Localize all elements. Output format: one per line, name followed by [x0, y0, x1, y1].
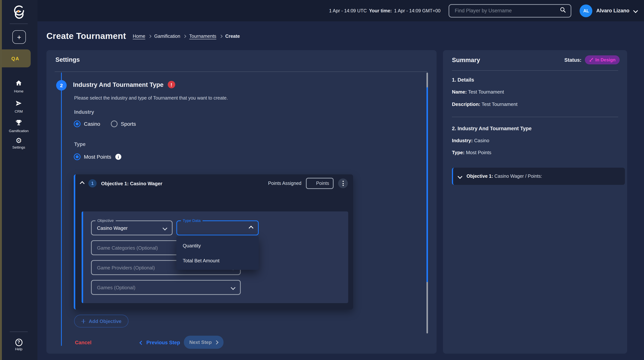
objective-select-value: Casino Wager	[97, 225, 163, 231]
previous-step-button[interactable]: Previous Step	[140, 340, 180, 346]
type-data-dropdown-menu: Quantity Total Bet Amount	[176, 236, 259, 270]
breadcrumb-tournaments[interactable]: Tournaments	[189, 33, 216, 39]
utc-time: 1 Apr - 14:09 UTC	[329, 8, 367, 13]
settings-panel-title: Settings	[56, 56, 80, 63]
local-time: 1 Apr - 14:09 GMT+00	[394, 8, 440, 13]
summary-objective-label: Objective 1:	[466, 174, 493, 179]
radio-selected-icon[interactable]	[74, 120, 80, 127]
type-data-select[interactable]: Type Data	[176, 220, 259, 235]
menu-item-quantity[interactable]: Quantity	[176, 238, 259, 253]
sidebar-item-home[interactable]: Home	[0, 79, 38, 93]
games-placeholder: Games (Optional)	[97, 285, 232, 290]
summary-row-type: Type: Most Points	[452, 150, 492, 155]
summary-row-value: Casino	[474, 138, 489, 143]
environment-badge: QA	[0, 49, 31, 67]
step-number-badge: 2	[56, 80, 67, 90]
add-objective-button[interactable]: Add Objective	[74, 315, 128, 328]
step-connector	[61, 73, 62, 346]
page-header: Create Tournament Home Gamification Tour…	[46, 31, 240, 41]
add-objective-label: Add Objective	[89, 318, 122, 324]
summary-panel: Summary Status: In Design 1. Details Nam…	[443, 50, 627, 354]
points-assigned-label: Points Assigned	[268, 181, 302, 186]
cancel-button[interactable]: Cancel	[75, 340, 92, 346]
summary-section-heading: 1. Details	[452, 77, 474, 83]
summary-row-label: Type:	[452, 150, 464, 155]
sidebar-divider	[10, 332, 28, 332]
search-input[interactable]	[454, 7, 560, 14]
scrollbar[interactable]	[426, 73, 428, 334]
plus-icon	[81, 319, 85, 323]
divider	[452, 70, 618, 71]
collapse-chevron-icon[interactable]	[80, 181, 84, 186]
radio-selected-icon[interactable]	[74, 153, 80, 160]
radio-sports[interactable]: Sports	[111, 120, 136, 127]
radio-most-points[interactable]: Most Points i	[74, 153, 121, 160]
chevron-right-icon	[219, 35, 222, 38]
player-search[interactable]	[449, 4, 572, 17]
chevron-down-icon[interactable]	[162, 225, 167, 230]
next-step-button[interactable]: Next Step	[184, 336, 224, 349]
sidebar-item-label: Home	[0, 89, 38, 93]
radio-casino[interactable]: Casino	[74, 120, 100, 127]
objective-select-label: Objective	[96, 218, 116, 223]
summary-row-label: Name:	[452, 89, 467, 95]
summary-row-label: Industry:	[452, 138, 473, 143]
brand-logo[interactable]	[11, 4, 26, 22]
sidebar-item-label: Gamification	[0, 129, 38, 133]
chevron-down-icon[interactable]	[458, 174, 462, 179]
divider	[452, 117, 618, 117]
radio-unselected-icon[interactable]	[111, 120, 118, 127]
main-content: Create Tournament Home Gamification Tour…	[38, 21, 644, 360]
objective-form: Objective Casino Wager Type Data Game Ca…	[82, 211, 348, 303]
chevron-up-icon[interactable]	[248, 225, 253, 230]
sidebar-item-settings[interactable]: ⚙ Settings	[0, 137, 38, 149]
scrollbar-thumb[interactable]	[426, 87, 428, 282]
settings-panel: Settings 2 Industry And Tournament Type …	[46, 50, 436, 354]
previous-step-label: Previous Step	[146, 340, 180, 346]
create-new-button[interactable]: +	[12, 30, 26, 44]
help-icon: ?	[15, 339, 22, 346]
chevron-right-icon	[183, 35, 186, 38]
summary-row-label: Description:	[452, 101, 480, 107]
summary-objective-row[interactable]: Objective 1: Casino Wager / Points:	[452, 168, 625, 185]
summary-section-heading: 2. Industry And Tournament Type	[452, 126, 532, 131]
menu-item-total-bet-amount[interactable]: Total Bet Amount	[176, 253, 259, 268]
step-description: Please select the industry and type of T…	[74, 95, 228, 101]
objective-title: Objective 1: Casino Wager	[101, 181, 162, 186]
info-icon[interactable]: i	[115, 154, 121, 160]
type-label: Type	[74, 141, 86, 147]
user-name[interactable]: Alvaro Lizano	[596, 8, 630, 13]
status-label: Status:	[564, 57, 582, 63]
games-select[interactable]: Games (Optional)	[91, 280, 241, 295]
sidebar-item-label: Help	[0, 347, 38, 351]
chevron-down-icon[interactable]	[231, 285, 235, 290]
send-icon	[15, 99, 22, 107]
home-icon	[15, 79, 22, 87]
sidebar-item-gamification[interactable]: Gamification	[0, 119, 38, 133]
summary-objective-value: Casino Wager / Points:	[494, 174, 542, 179]
radio-label: Most Points	[84, 154, 111, 160]
sidebar-item-crm[interactable]: CRM	[0, 99, 38, 113]
industry-radio-group: Casino Sports	[74, 120, 136, 127]
kebab-menu-icon[interactable]	[338, 179, 348, 188]
next-step-label: Next Step	[189, 340, 212, 345]
type-data-select-label: Type Data	[181, 218, 202, 223]
error-icon: !	[168, 81, 175, 88]
objective-select[interactable]: Objective Casino Wager	[91, 220, 172, 235]
points-assigned-input[interactable]	[306, 178, 334, 189]
industry-label: Industry	[74, 109, 94, 115]
sidebar-item-help[interactable]: ? Help	[0, 338, 38, 351]
brand-logo-icon	[11, 4, 26, 21]
status-badge: In Design	[585, 55, 620, 64]
sidebar-item-label: CRM	[0, 109, 38, 113]
breadcrumb-home[interactable]: Home	[133, 33, 145, 39]
radio-label: Casino	[84, 121, 100, 127]
avatar[interactable]: AL	[580, 4, 592, 17]
objective-card: 1 Objective 1: Casino Wager Points Assig…	[74, 174, 353, 310]
breadcrumb: Home Gamification Tournaments Create	[133, 33, 240, 39]
summary-header: Summary Status: In Design	[452, 55, 620, 64]
user-menu-chevron-icon[interactable]	[633, 8, 638, 13]
summary-row-value: Test Tournament	[482, 101, 518, 107]
search-icon[interactable]	[560, 7, 566, 14]
status-value: In Design	[595, 57, 616, 62]
